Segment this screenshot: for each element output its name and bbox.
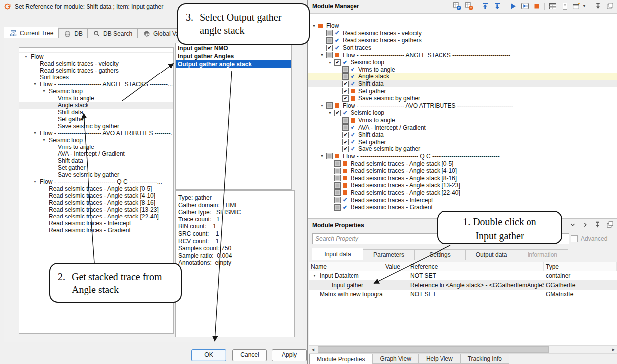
tree-item[interactable]: Read seismic traces - gathers bbox=[19, 67, 173, 74]
column-header-name[interactable]: Name bbox=[309, 262, 383, 271]
tree-item[interactable]: Flow bbox=[19, 53, 173, 60]
module-item[interactable]: Read seismic traces - Angle stack [4-10] bbox=[308, 167, 617, 175]
advanced-checkbox[interactable]: Advanced bbox=[571, 235, 607, 242]
module-item[interactable]: Save seismic by gather bbox=[308, 146, 617, 153]
module-checkbox[interactable] bbox=[334, 110, 341, 116]
tab-output-data[interactable]: Output data bbox=[466, 249, 517, 260]
tree-item[interactable]: Read seismic traces - Gradient bbox=[19, 227, 173, 234]
module-checkbox[interactable] bbox=[334, 197, 341, 203]
list-item-output-gather-angle-stack[interactable]: Output gather angle stack bbox=[176, 60, 291, 68]
module-item[interactable]: Vrms to angle bbox=[308, 117, 617, 124]
tree-item[interactable]: Set gather bbox=[19, 164, 173, 171]
module-checkbox[interactable] bbox=[342, 66, 349, 73]
tab-information[interactable]: Information bbox=[517, 249, 568, 260]
float-panel-icon[interactable] bbox=[606, 220, 614, 229]
table-row-input-gather[interactable]: Input gather Reference to <Angle stack> … bbox=[309, 280, 617, 290]
module-item-angle-stack[interactable]: Angle stack bbox=[308, 73, 617, 80]
tree-item[interactable]: Read seismic traces - Angle stack [13-23… bbox=[19, 206, 173, 213]
tree-item[interactable]: Read seismic traces - Angle stack [4-10] bbox=[19, 192, 173, 199]
tab-help-view[interactable]: Help View bbox=[419, 354, 460, 364]
module-checkbox[interactable] bbox=[326, 30, 333, 36]
tree-item[interactable]: Set gather bbox=[19, 116, 173, 123]
list-item[interactable]: Input gather NMO bbox=[176, 44, 291, 52]
tree-item[interactable]: Save seismic by gather bbox=[19, 123, 173, 130]
move-up-icon[interactable] bbox=[481, 2, 489, 10]
add-module-icon[interactable] bbox=[453, 2, 461, 10]
module-checkbox[interactable] bbox=[342, 124, 349, 131]
module-checkbox[interactable] bbox=[326, 45, 333, 51]
list-item[interactable]: Input gather Angles bbox=[176, 52, 291, 60]
module-item[interactable]: Read seismic traces - Angle stack [13-23… bbox=[308, 182, 617, 189]
run-flow-icon[interactable] bbox=[521, 2, 529, 10]
pin-icon[interactable] bbox=[594, 2, 602, 10]
table-row[interactable]: Matrix with new topography NOT SET GMatr… bbox=[309, 290, 617, 299]
module-checkbox[interactable] bbox=[334, 59, 341, 66]
tab-module-properties[interactable]: Module Properties bbox=[309, 354, 372, 364]
tree-item[interactable]: Flow - ---------------------- AVO ATTRIB… bbox=[19, 130, 173, 137]
scroll-right-icon[interactable]: ▶ bbox=[610, 346, 617, 353]
expand-triangle-icon[interactable] bbox=[42, 88, 49, 95]
module-item[interactable]: Read seismic traces - Angle stack [0-5] bbox=[308, 160, 617, 167]
scrollbar-thumb[interactable] bbox=[318, 346, 549, 353]
expand-triangle-icon[interactable] bbox=[320, 53, 326, 57]
tree-item[interactable]: Flow - ---------------------- ANGLE STAC… bbox=[19, 81, 173, 88]
tree-item[interactable]: Seismic loop bbox=[19, 137, 173, 144]
module-checkbox[interactable] bbox=[326, 52, 333, 58]
table-view-icon[interactable] bbox=[548, 2, 557, 10]
run-icon[interactable] bbox=[509, 2, 517, 10]
horizontal-scrollbar[interactable]: ◀ ▶ bbox=[309, 345, 617, 354]
float-panel-icon[interactable] bbox=[606, 2, 614, 10]
module-item[interactable]: Flow - ----------------------------- Q C… bbox=[308, 153, 617, 160]
column-header-value[interactable]: Value bbox=[383, 262, 408, 271]
tree-item[interactable]: Shift data bbox=[19, 157, 173, 164]
expand-triangle-icon[interactable] bbox=[33, 130, 40, 137]
tree-item[interactable]: AVA - Intercept / Gradient bbox=[19, 150, 173, 157]
module-item[interactable]: Shift data bbox=[308, 131, 617, 139]
module-item[interactable]: Read seismic traces - velocity bbox=[308, 30, 617, 37]
module-item-shift-data[interactable]: Shift data bbox=[308, 80, 617, 88]
tree-item[interactable]: Shift data bbox=[19, 109, 173, 116]
tab-settings[interactable]: Settings bbox=[415, 249, 466, 260]
expand-triangle-icon[interactable] bbox=[328, 61, 334, 64]
apply-button[interactable]: Apply bbox=[272, 349, 307, 361]
module-item[interactable]: Flow - ---------------------- AVO ATTRIB… bbox=[308, 102, 617, 110]
module-item[interactable]: Sort traces bbox=[308, 44, 617, 52]
tree-item[interactable]: Seismic loop bbox=[19, 88, 173, 95]
column-header-reference[interactable]: Reference bbox=[408, 262, 544, 271]
cancel-button[interactable]: Cancel bbox=[232, 349, 267, 361]
table-row[interactable]: Input DataItem NOT SET container bbox=[309, 271, 617, 280]
expand-triangle-icon[interactable] bbox=[320, 154, 326, 158]
tree-item-angle-stack[interactable]: Angle stack bbox=[19, 102, 173, 109]
module-item[interactable]: Flow - ---------------------- ANGLE STAC… bbox=[308, 51, 617, 59]
tree-item[interactable]: Vrms to angle bbox=[19, 95, 173, 102]
module-checkbox[interactable] bbox=[342, 139, 349, 145]
tab-tracking-info[interactable]: Tracking info bbox=[460, 354, 509, 364]
module-checkbox[interactable] bbox=[342, 146, 349, 152]
tree-item[interactable]: Save seismic by gather bbox=[19, 171, 173, 178]
module-checkbox[interactable] bbox=[334, 189, 341, 196]
module-checkbox[interactable] bbox=[334, 204, 341, 211]
module-item[interactable]: Read seismic traces - Intercept bbox=[308, 196, 617, 204]
module-checkbox[interactable] bbox=[342, 81, 349, 87]
module-item[interactable]: Read seismic traces - Angle stack [22-40… bbox=[308, 189, 617, 197]
tree-item[interactable]: Read seismic traces - Intercept bbox=[19, 220, 173, 227]
chevron-right-icon[interactable] bbox=[581, 220, 589, 229]
tree-item[interactable]: Vrms to angle bbox=[19, 144, 173, 150]
module-item[interactable]: Set gather bbox=[308, 87, 617, 95]
new-window-icon[interactable] bbox=[572, 2, 581, 10]
module-checkbox[interactable] bbox=[334, 182, 341, 189]
module-checkbox[interactable] bbox=[334, 175, 341, 181]
ok-button[interactable]: OK bbox=[191, 349, 226, 361]
expand-triangle-icon[interactable] bbox=[320, 104, 326, 107]
tab-current-tree[interactable]: Current Tree bbox=[4, 27, 58, 39]
tab-graph-view[interactable]: Graph View bbox=[372, 354, 418, 364]
expand-triangle-icon[interactable] bbox=[33, 81, 40, 88]
module-checkbox[interactable] bbox=[342, 117, 349, 124]
stop-icon[interactable] bbox=[532, 2, 541, 10]
move-down-icon[interactable] bbox=[493, 2, 501, 10]
module-checkbox[interactable] bbox=[342, 88, 349, 94]
expand-triangle-icon[interactable] bbox=[42, 137, 49, 144]
module-checkbox[interactable] bbox=[342, 95, 349, 102]
column-header-type[interactable]: Type bbox=[544, 262, 617, 271]
module-checkbox[interactable] bbox=[326, 37, 333, 44]
